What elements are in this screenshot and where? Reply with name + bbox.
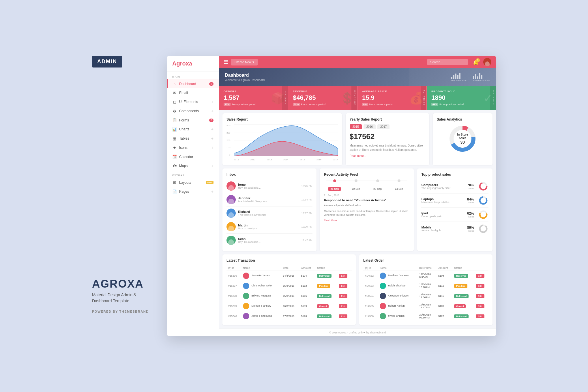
edit-button[interactable]: Edit: [339, 314, 347, 318]
timeline-label-3[interactable]: 24 Sep: [388, 186, 410, 191]
table-header-row: (#) Id Name Date/Time Amount Status: [363, 265, 488, 271]
edit-button[interactable]: Edit: [339, 294, 347, 298]
edit-button[interactable]: Edit: [476, 304, 484, 308]
cell-id: #14566: [363, 311, 378, 321]
edit-button[interactable]: Edit: [339, 284, 347, 288]
table-row: #14564 Alexander Pierson 18/9/201812:36P…: [363, 291, 488, 301]
cell-date: 19/8/201811:47AM: [417, 301, 437, 311]
status-badge: Delivered: [454, 314, 469, 318]
cell-amount: $116: [437, 291, 452, 301]
date-badge-1: 22 Sep: [350, 187, 362, 191]
year-tab-2016[interactable]: 2016: [364, 124, 376, 129]
sidebar-item-forms[interactable]: 📋 Forms 6: [167, 116, 219, 125]
product-item-laptops: Laptops Maecenas tempus tellus 84% Sales: [421, 194, 488, 208]
bar: [457, 75, 458, 79]
edit-button[interactable]: Edit: [476, 314, 484, 318]
sidebar-item-pages[interactable]: 📄 Pages +: [167, 187, 219, 196]
activity-post-author: Aenean vulputate eleifend tellus.: [324, 204, 410, 208]
svg-point-15: [480, 225, 487, 232]
cell-status: Pending: [315, 281, 337, 291]
cell-action[interactable]: Edit: [474, 291, 488, 301]
product-item-mobile: Mobile Aenean leo ligula 89% Sales: [421, 222, 488, 236]
x-label: 2013: [267, 158, 272, 161]
cell-id: #15240: [226, 311, 241, 321]
topbar: ☰ Create New ▾ 🔔 3: [219, 56, 496, 68]
sidebar-item-tables[interactable]: ▦ Tables +: [167, 134, 219, 143]
sidebar-item-icons[interactable]: ★ Icons +: [167, 143, 219, 152]
sidebar-item-ui-elements[interactable]: ◻ UI Elements +: [167, 97, 219, 106]
sidebar-item-components[interactable]: ⚙ Components +: [167, 106, 219, 116]
cell-action[interactable]: Edit: [337, 311, 352, 321]
status-badge: Delivered: [317, 294, 332, 298]
sidebar-label-layouts: Layouts: [179, 181, 206, 185]
product-pct-laptops: 84%: [467, 197, 474, 201]
timeline-label-2[interactable]: 23 Sep: [367, 186, 388, 191]
inbox-message-jennifer[interactable]: Jennifer I've finished it! See you so...…: [226, 193, 312, 207]
sidebar-logo: Agroxa: [167, 56, 219, 72]
sidebar-item-layouts[interactable]: ⊞ Layouts NEW: [167, 178, 219, 187]
product-name-computers: Computers: [421, 183, 465, 187]
yearly-read-more[interactable]: Read more...: [350, 154, 425, 157]
timeline-label-0[interactable]: 21 Sep: [324, 186, 345, 191]
page-title: Dashboard: [225, 73, 265, 78]
year-tab-2015[interactable]: 2015: [350, 124, 362, 129]
inbox-message-irene[interactable]: Irene Hey! I'm available... 12:45 PM: [226, 179, 312, 193]
avatar-richard: [226, 209, 236, 218]
sidebar-label-email: Email: [179, 91, 214, 95]
edit-button[interactable]: Edit: [476, 284, 484, 288]
cell-amount: $116: [299, 291, 315, 301]
y-label: 200: [226, 139, 230, 142]
powered-by: POWERED BY THEMESBRAND: [92, 310, 149, 313]
create-new-button[interactable]: Create New ▾: [231, 59, 258, 65]
cell-action[interactable]: Edit: [337, 291, 352, 301]
bar: [475, 74, 476, 79]
edit-button[interactable]: Edit: [339, 274, 347, 278]
cell-date: 16/8/2018: [281, 301, 299, 311]
cell-action[interactable]: Edit: [337, 271, 352, 281]
sidebar-item-maps[interactable]: 🗺 Maps +: [167, 161, 219, 170]
search-input[interactable]: [427, 59, 468, 65]
product-info-computers: Computers The languages only differ: [421, 183, 465, 190]
cell-action[interactable]: Edit: [474, 311, 488, 321]
cell-name: Jeanette James: [241, 271, 281, 281]
timeline-label-1[interactable]: 22 Sep: [345, 186, 367, 191]
inbox-message-sean[interactable]: Sean Hey! I'm available... 11:47 AM: [226, 234, 312, 247]
th-date: Date: [281, 265, 299, 271]
cell-id: #15236: [226, 271, 241, 281]
year-tabs: 2015 2016 2017: [350, 124, 425, 129]
inbox-message-martin[interactable]: Martin Nice to meet you 12:20 PM: [226, 220, 312, 234]
sidebar-item-dashboard[interactable]: ⌂ Dashboard 8: [167, 79, 219, 88]
edit-button[interactable]: Edit: [476, 294, 484, 298]
revenue-pct: 12%: [293, 103, 300, 106]
revenue-change-text: From previous period: [301, 103, 325, 106]
activity-post-desc: Maecenas nec odio et ante tincidunt temp…: [324, 209, 410, 217]
edit-button[interactable]: Edit: [476, 274, 484, 278]
bar: [451, 77, 452, 79]
cell-status: Delivered: [315, 291, 337, 301]
sidebar-item-charts[interactable]: 📊 Charts +: [167, 125, 219, 134]
cell-action[interactable]: Edit: [474, 281, 488, 291]
cell-action[interactable]: Edit: [474, 271, 488, 281]
cell-amount: $120: [299, 311, 315, 321]
prodsold-change-text: From previous period: [439, 103, 464, 106]
table-row: #15239 Michael Flannery 16/8/2018 $109 C…: [226, 301, 352, 311]
inbox-message-richard[interactable]: Richard This theme is awesome! 12:17 PM: [226, 207, 312, 220]
donut-chart: In-Store Sales 30: [448, 124, 477, 153]
sidebar-label-tables: Tables: [179, 136, 211, 140]
sidebar-item-calendar[interactable]: 📅 Calendar: [167, 152, 219, 161]
user-avatar[interactable]: [483, 58, 491, 66]
order-title: Latest Order: [363, 258, 488, 262]
hamburger-icon[interactable]: ☰: [224, 59, 228, 65]
cell-action[interactable]: Edit: [337, 301, 352, 311]
activity-read-more[interactable]: Read More...: [324, 219, 410, 222]
msg-name-irene: Irene: [238, 183, 299, 186]
cell-status: Pending: [452, 281, 474, 291]
edit-button[interactable]: Edit: [339, 304, 347, 308]
cell-action[interactable]: Edit: [474, 301, 488, 311]
email-icon: ✉: [172, 91, 177, 95]
year-tab-2017[interactable]: 2017: [377, 124, 389, 129]
notification-bell[interactable]: 🔔 3: [473, 59, 479, 65]
cell-action[interactable]: Edit: [337, 281, 352, 291]
sidebar-item-email[interactable]: ✉ Email: [167, 88, 219, 97]
cell-id: #14565: [363, 301, 378, 311]
